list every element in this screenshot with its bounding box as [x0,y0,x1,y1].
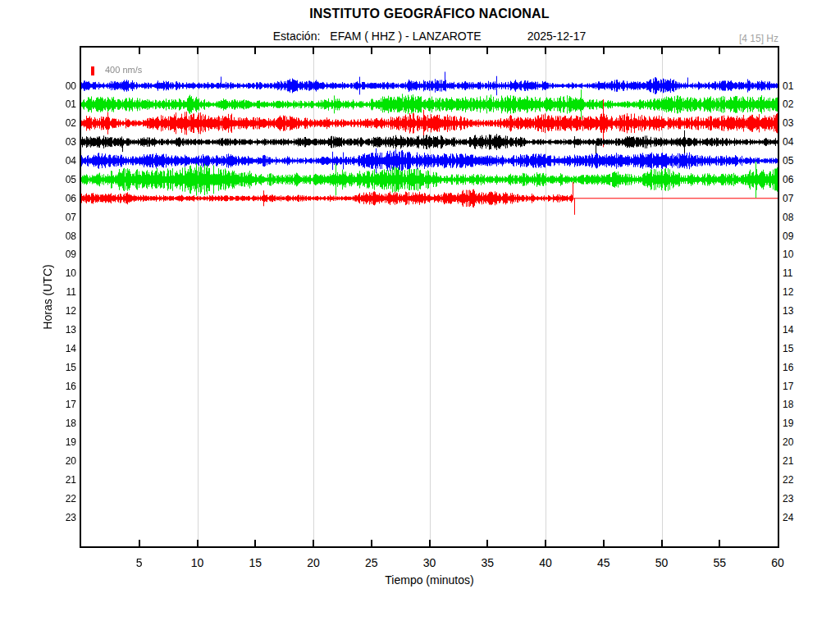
hour-label-left: 03 [45,135,76,148]
hour-label-left: 04 [45,154,76,167]
hour-label-right: 04 [783,135,814,148]
x-tick-label: 20 [307,556,320,569]
hour-label-right: 08 [783,211,814,224]
hour-label-right: 21 [783,454,814,468]
scale-label: 400 nm/s [105,65,142,75]
hour-label-left: 18 [45,417,76,430]
x-tick-label: 40 [539,556,552,569]
hour-label-left: 17 [45,398,76,411]
x-tick-label: 25 [365,556,378,569]
filter-band-label: [4 15] Hz [647,33,778,44]
hour-label-left: 06 [45,192,76,205]
x-tick-label: 45 [597,556,610,569]
page-title: INSTITUTO GEOGRÁFICO NACIONAL [80,7,779,21]
hour-label-right: 13 [783,304,814,317]
hour-label-right: 19 [783,417,814,430]
hour-label-right: 03 [783,116,814,130]
hour-label-right: 09 [783,230,814,243]
hour-label-left: 01 [45,98,76,111]
hour-label-right: 15 [783,342,814,355]
x-axis-title: Tiempo (minutos) [80,573,779,587]
helicorder-page: INSTITUTO GEOGRÁFICO NACIONAL Estación: … [0,0,840,630]
hour-label-right: 06 [783,173,814,186]
x-tick-label: 35 [481,556,494,569]
hour-label-right: 24 [783,511,814,524]
hour-label-left: 22 [45,492,76,505]
record-date: 2025-12-17 [527,30,587,43]
y-axis-title: Horas (UTC) [41,215,54,379]
station-name: EFAM ( HHZ ) - LANZAROTE [330,30,481,43]
scale-marker [91,66,94,75]
hour-label-left: 23 [45,511,76,524]
station-label: Estación: [273,30,321,43]
hour-label-right: 22 [783,473,814,486]
hour-label-right: 18 [783,398,814,411]
hour-label-right: 14 [783,323,814,336]
hour-label-left: 19 [45,436,76,449]
x-tick-label: 30 [423,556,436,569]
x-tick-label: 10 [191,556,204,569]
hour-label-right: 12 [783,285,814,299]
hour-label-left: 21 [45,473,76,486]
hour-label-left: 02 [45,116,76,130]
hour-label-right: 17 [783,380,814,393]
hour-label-left: 00 [45,80,76,93]
hour-label-right: 11 [783,267,814,280]
hour-label-left: 20 [45,454,76,468]
hour-label-right: 10 [783,248,814,261]
hour-label-left: 05 [45,173,76,186]
x-tick-label: 5 [136,556,143,569]
x-tick-label: 60 [771,556,784,569]
x-tick-label: 15 [249,556,262,569]
x-tick-label: 55 [713,556,726,569]
hour-label-right: 20 [783,436,814,449]
hour-label-right: 01 [783,80,814,93]
hour-label-right: 05 [783,154,814,167]
hour-label-right: 16 [783,361,814,374]
hour-label-right: 23 [783,492,814,505]
hour-label-right: 02 [783,98,814,111]
hour-label-right: 07 [783,192,814,205]
x-tick-label: 50 [655,556,669,569]
hour-label-left: 16 [45,380,76,393]
seismogram-canvas [81,48,778,546]
